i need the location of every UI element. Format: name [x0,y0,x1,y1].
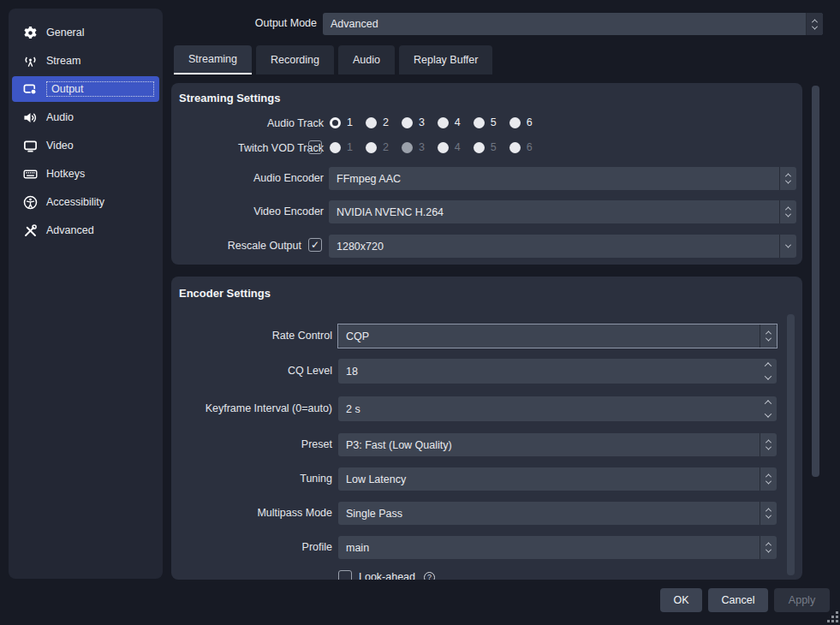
vod-track-radio-4[interactable]: 4 [438,141,461,153]
keyframe-interval-spinbox[interactable]: 2 s [338,396,777,421]
settings-sidebar: General Stream Output Audio Video Hotkey… [9,9,163,579]
ok-button[interactable]: OK [660,588,702,612]
multipass-mode-label: Multipass Mode [171,507,332,519]
output-mode-value: Advanced [323,13,806,35]
encoder-settings-title: Encoder Settings [179,287,271,300]
tuning-label: Tuning [171,473,332,485]
radio-icon [330,142,341,153]
cq-level-spinbox[interactable]: 18 [338,359,777,384]
output-mode-select[interactable]: Advanced [323,13,823,35]
monitor-icon [22,138,38,153]
gear-icon [22,25,38,40]
tab-recording[interactable]: Recording [256,45,334,74]
twitch-vod-track-label: Twitch VOD Track [171,142,324,154]
chevron-updown-icon[interactable] [806,13,823,35]
spin-up-icon[interactable] [759,359,777,372]
radio-selected-disabled-icon [402,142,413,153]
spin-down-icon[interactable] [759,372,777,384]
tab-replay-buffer[interactable]: Replay Buffer [399,45,493,74]
audio-track-radio-4[interactable]: 4 [438,116,461,128]
chevron-updown-icon[interactable] [760,536,777,559]
sidebar-item-label: Output [46,81,154,97]
look-ahead-label: Look-ahead [359,571,415,580]
keyboard-icon [22,166,38,182]
radio-selected-icon [330,117,341,128]
cancel-button[interactable]: Cancel [708,588,768,612]
video-encoder-select[interactable]: NVIDIA NVENC H.264 [329,200,796,223]
chevron-updown-icon[interactable] [760,467,777,491]
encoder-panel-scrollbar[interactable] [787,314,795,575]
profile-select[interactable]: main [338,536,777,559]
sidebar-item-advanced[interactable]: Advanced [12,217,159,243]
video-encoder-label: Video Encoder [171,205,324,217]
audio-track-radio-1[interactable]: 1 [330,116,353,128]
sidebar-item-audio[interactable]: Audio [12,104,159,130]
audio-track-radio-6[interactable]: 6 [509,116,533,128]
rescale-output-select[interactable]: 1280x720 [329,235,796,258]
sidebar-item-label: General [46,27,84,39]
sidebar-item-video[interactable]: Video [12,133,159,158]
help-icon[interactable]: ? [424,572,435,580]
keyframe-interval-label: Keyframe Interval (0=auto) [171,402,332,414]
accessibility-icon [22,194,38,210]
output-icon [22,81,38,97]
apply-button[interactable]: Apply [774,588,830,612]
radio-icon [402,117,413,128]
content-scrollbar[interactable] [812,86,819,477]
twitch-vod-radio-group: 1 2 3 4 5 6 [330,141,533,153]
audio-track-radio-group: 1 2 3 4 5 6 [330,116,533,128]
vod-track-radio-3[interactable]: 3 [402,141,425,153]
vod-track-radio-2[interactable]: 2 [366,141,389,153]
rescale-output-checkbox[interactable]: ✓ [308,238,322,252]
multipass-mode-select[interactable]: Single Pass [338,502,777,525]
encoder-settings-panel: Encoder Settings Rate Control CQP CQ Lev… [171,277,802,580]
audio-encoder-select[interactable]: FFmpeg AAC [329,167,796,190]
output-tabs: Streaming Recording Audio Replay Buffer [174,45,492,74]
sidebar-item-label: Advanced [46,224,94,236]
vod-track-radio-1[interactable]: 1 [330,141,353,153]
radio-icon [474,142,485,153]
chevron-down-icon[interactable] [779,235,796,258]
sidebar-item-label: Stream [46,55,80,67]
sidebar-item-general[interactable]: General [12,20,159,45]
rate-control-label: Rate Control [171,330,332,342]
radio-icon [438,117,449,128]
antenna-icon [22,53,38,68]
tab-streaming[interactable]: Streaming [174,45,252,74]
speaker-icon [22,110,38,125]
audio-track-label: Audio Track [171,117,324,129]
chevron-updown-icon[interactable] [760,502,777,525]
sidebar-item-hotkeys[interactable]: Hotkeys [12,161,159,187]
chevron-updown-icon[interactable] [760,433,777,456]
tuning-select[interactable]: Low Latency [338,467,777,491]
sidebar-item-stream[interactable]: Stream [12,48,159,74]
chevron-updown-icon[interactable] [779,167,796,190]
rate-control-select[interactable]: CQP [338,324,777,348]
radio-icon [438,142,449,153]
twitch-vod-track-checkbox[interactable] [308,140,322,154]
audio-track-radio-2[interactable]: 2 [366,116,389,128]
audio-track-radio-3[interactable]: 3 [402,116,425,128]
audio-track-radio-5[interactable]: 5 [474,116,497,128]
tab-audio[interactable]: Audio [338,45,395,74]
spin-down-icon[interactable] [759,409,777,422]
output-mode-label: Output Mode [154,17,317,29]
rescale-output-label: Rescale Output [171,240,301,252]
radio-icon [366,117,377,128]
cq-level-label: CQ Level [171,365,332,377]
sidebar-item-label: Audio [46,111,74,123]
vod-track-radio-5[interactable]: 5 [474,141,497,153]
preset-select[interactable]: P3: Fast (Low Quality) [338,433,777,456]
chevron-updown-icon[interactable] [760,324,777,348]
look-ahead-checkbox[interactable] [338,570,352,580]
sidebar-item-accessibility[interactable]: Accessibility [12,189,159,215]
resize-grip-icon[interactable] [827,611,838,622]
sidebar-item-label: Video [46,140,74,152]
sidebar-item-label: Hotkeys [46,168,85,180]
streaming-settings-panel: Streaming Settings Audio Track 1 2 3 4 5… [171,83,802,265]
spin-up-icon[interactable] [759,396,777,409]
chevron-updown-icon[interactable] [779,200,796,223]
sidebar-item-label: Accessibility [46,196,104,208]
vod-track-radio-6[interactable]: 6 [509,141,533,153]
sidebar-item-output[interactable]: Output [12,76,159,102]
